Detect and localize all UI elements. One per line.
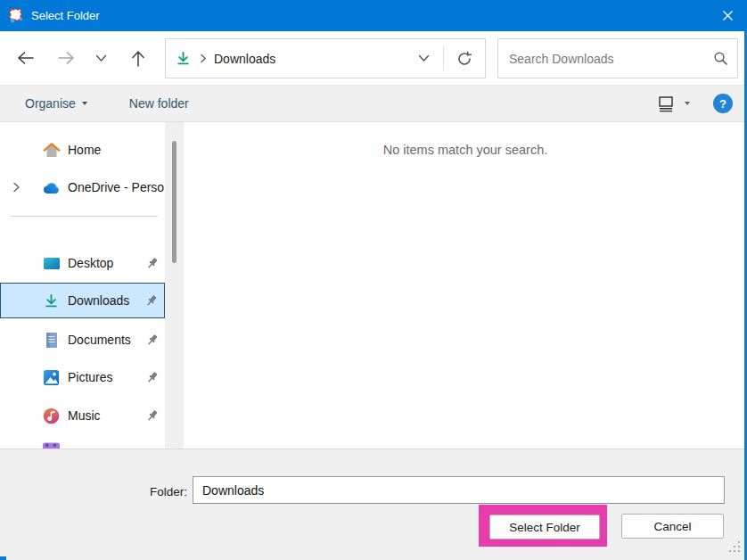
organise-button[interactable]: Organise <box>25 96 87 111</box>
home-icon <box>41 140 62 160</box>
sidebar-item-label: Home <box>68 143 101 157</box>
new-folder-label: New folder <box>129 96 189 111</box>
search-input[interactable] <box>498 52 703 66</box>
documents-icon <box>41 330 62 350</box>
cancel-button[interactable]: Cancel <box>621 514 724 539</box>
dialog-footer: Folder: Select Folder Cancel <box>0 449 747 560</box>
pin-icon <box>145 294 158 308</box>
sidebar-item-label: Pictures <box>68 370 113 384</box>
sidebar-item-label: Music <box>68 408 101 423</box>
search-icon[interactable] <box>703 51 737 66</box>
titlebar: Select Folder <box>0 0 747 31</box>
empty-state-message: No items match your search. <box>184 143 747 157</box>
sidebar-item-desktop[interactable]: Desktop <box>0 249 165 277</box>
address-bar[interactable]: Downloads <box>165 38 486 78</box>
nav-buttons <box>13 31 150 85</box>
window-title: Select Folder <box>31 9 100 22</box>
annotation-highlight: Select Folder <box>479 505 607 547</box>
sidebar-item-documents[interactable]: Documents <box>0 325 165 354</box>
music-icon <box>41 406 62 425</box>
sidebar-item-downloads[interactable]: Downloads <box>0 283 165 318</box>
arrow-up-icon <box>130 49 146 68</box>
select-folder-dialog: Select Folder <box>0 0 747 560</box>
sidebar-item-pictures[interactable]: Pictures <box>0 363 165 391</box>
sidebar-item-videos-partial[interactable] <box>0 441 165 449</box>
onedrive-icon <box>41 177 62 197</box>
pin-icon <box>146 409 159 423</box>
downloads-location-icon <box>174 50 192 68</box>
sidebar-scrollbar <box>165 122 184 449</box>
close-button[interactable] <box>708 0 747 31</box>
help-icon: ? <box>719 97 726 111</box>
address-dropdown-button[interactable] <box>404 39 443 78</box>
back-button[interactable] <box>13 46 37 70</box>
caret-down-icon <box>82 102 87 105</box>
pin-icon <box>146 334 159 347</box>
command-bar-right: ? <box>657 94 733 113</box>
scrollbar-thumb[interactable] <box>172 141 176 263</box>
folder-label: Folder: <box>125 485 187 498</box>
pin-icon <box>146 371 159 384</box>
select-folder-button[interactable]: Select Folder <box>489 515 600 539</box>
new-folder-button[interactable]: New folder <box>129 96 189 111</box>
chevron-down-icon <box>418 54 430 62</box>
sidebar-item-home[interactable]: Home <box>0 136 165 164</box>
arrow-right-icon <box>57 50 76 66</box>
breadcrumb[interactable]: Downloads <box>214 52 275 66</box>
change-view-button[interactable] <box>657 95 690 112</box>
desktop-icon <box>41 253 62 273</box>
file-list-area: No items match your search. <box>184 122 747 449</box>
forward-button[interactable] <box>54 46 78 70</box>
up-button[interactable] <box>127 46 150 70</box>
sidebar-item-label: Desktop <box>68 256 113 270</box>
resize-grip[interactable] <box>729 541 743 555</box>
views-icon <box>657 95 675 112</box>
sidebar-item-label: Downloads <box>68 293 129 308</box>
refresh-icon <box>456 51 472 67</box>
caret-down-icon <box>685 102 690 105</box>
window-accent-corner <box>0 556 6 560</box>
search-box <box>497 38 738 78</box>
breadcrumb-chevron-icon <box>200 54 207 63</box>
navigation-pane: Home OneDrive - Perso <box>0 122 165 449</box>
chevron-down-icon <box>95 54 107 62</box>
arrow-left-icon <box>16 50 35 66</box>
pin-icon <box>146 257 159 270</box>
command-bar: Organise New folder ? <box>0 85 747 122</box>
chevron-right-icon[interactable] <box>12 182 21 193</box>
organise-label: Organise <box>25 96 76 111</box>
sidebar-separator <box>11 216 158 217</box>
sidebar-item-onedrive[interactable]: OneDrive - Perso <box>0 173 165 202</box>
recent-locations-button[interactable] <box>89 46 112 70</box>
videos-icon <box>41 441 62 449</box>
sidebar-item-label: OneDrive - Perso <box>68 180 164 194</box>
navigation-bar: Downloads <box>0 31 747 85</box>
content-area: Home OneDrive - Perso <box>0 122 747 449</box>
sidebar-item-label: Documents <box>68 333 131 347</box>
refresh-button[interactable] <box>444 39 485 78</box>
help-button[interactable]: ? <box>713 94 733 113</box>
close-icon <box>722 10 734 21</box>
downloads-icon <box>41 291 62 310</box>
app-icon <box>9 8 25 24</box>
sidebar-item-music[interactable]: Music <box>0 401 165 430</box>
folder-name-input[interactable] <box>193 476 725 504</box>
pictures-icon <box>41 367 62 387</box>
